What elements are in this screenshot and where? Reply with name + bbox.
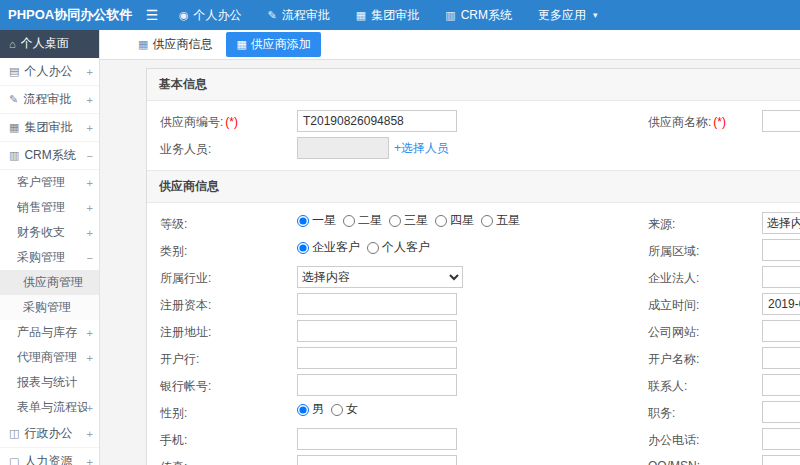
expander-icon[interactable]: + <box>87 428 93 440</box>
topmenu-item-3[interactable]: ▥CRM系统 <box>432 0 525 30</box>
radio-input[interactable] <box>343 215 355 227</box>
tab-bar: ▦供应商信息▦供应商添加 <box>100 30 800 60</box>
expander-icon[interactable]: + <box>87 456 93 465</box>
field-label: 供应商编号:(*) <box>160 114 238 131</box>
field-input[interactable] <box>297 293 457 315</box>
picker-input[interactable] <box>297 137 389 159</box>
expander-icon[interactable]: + <box>87 177 93 189</box>
tab-0[interactable]: ▦供应商信息 <box>132 32 218 57</box>
field-control <box>297 455 648 465</box>
field-input[interactable] <box>762 374 800 396</box>
sidebar-item-13[interactable]: 报表与统计 <box>0 370 99 395</box>
expander-icon[interactable]: − <box>87 150 93 162</box>
form-section-1: 供应商信息等级:一星二星三星四星五星来源:选择内容类别:企业客户个人客户所属区域… <box>147 170 800 465</box>
field-input[interactable] <box>762 239 800 261</box>
field-input[interactable] <box>762 320 800 342</box>
tab-1[interactable]: ▦供应商添加 <box>226 32 320 57</box>
radio-option[interactable]: 二星 <box>343 212 382 229</box>
field-select[interactable]: 选择内容 <box>297 266 463 288</box>
field-input[interactable] <box>297 347 457 369</box>
radio-option[interactable]: 五星 <box>481 212 520 229</box>
radio-option[interactable]: 个人客户 <box>367 239 430 256</box>
sidebar-item-label: 供应商管理 <box>23 274 93 291</box>
expander-icon[interactable]: + <box>87 94 93 106</box>
sidebar-item-4[interactable]: ▥CRM系统− <box>0 142 99 170</box>
sidebar-item-6[interactable]: 销售管理+ <box>0 195 99 220</box>
expander-icon[interactable]: − <box>87 252 93 264</box>
field-input[interactable] <box>297 320 457 342</box>
sidebar-item-1[interactable]: ▤个人办公+ <box>0 58 99 86</box>
radio-option[interactable]: 四星 <box>435 212 474 229</box>
select-person-link[interactable]: +选择人员 <box>394 140 449 157</box>
field-input[interactable] <box>762 266 800 288</box>
field-input[interactable] <box>297 455 457 465</box>
sidebar-item-12[interactable]: 代理商管理+ <box>0 345 99 370</box>
sidebar-item-16[interactable]: ▢人力资源+ <box>0 448 99 465</box>
sidebar-item-label: 个人办公 <box>24 63 86 80</box>
field-control <box>297 110 648 132</box>
expander-icon[interactable]: + <box>87 327 93 339</box>
sidebar-item-8[interactable]: 采购管理− <box>0 245 99 270</box>
sidebar-item-label: 采购管理 <box>17 249 87 266</box>
radio-input[interactable] <box>435 215 447 227</box>
field-input[interactable] <box>762 428 800 450</box>
office-icon: ▤ <box>9 65 19 78</box>
topmenu-item-0[interactable]: ◉个人办公 <box>166 0 255 30</box>
sidebar-item-label: 采购管理 <box>23 299 93 316</box>
approve-icon: ✎ <box>9 93 18 106</box>
radio-input[interactable] <box>297 242 309 254</box>
field-input[interactable] <box>297 428 457 450</box>
radio-option[interactable]: 三星 <box>389 212 428 229</box>
main-area: 基本信息供应商编号:(*)供应商名称:(*)业务人员:+选择人员供应商信息等级:… <box>100 60 800 465</box>
field-input[interactable] <box>762 110 800 132</box>
field-select[interactable]: 选择内容 <box>762 212 800 234</box>
expander-icon[interactable]: + <box>87 202 93 214</box>
radio-label: 四星 <box>450 212 474 229</box>
expander-icon[interactable]: + <box>87 227 93 239</box>
sidebar-item-9[interactable]: 供应商管理 <box>0 270 99 295</box>
sidebar-item-2[interactable]: ✎流程审批+ <box>0 86 99 114</box>
radio-option[interactable]: 一星 <box>297 212 336 229</box>
field-label: 公司网站: <box>648 324 699 341</box>
topmenu-item-label: 流程审批 <box>282 7 330 24</box>
sidebar-item-label: 集团审批 <box>24 119 86 136</box>
radio-group: 男女 <box>297 401 365 418</box>
radio-input[interactable] <box>389 215 401 227</box>
radio-input[interactable] <box>367 242 379 254</box>
section-body: 等级:一星二星三星四星五星来源:选择内容类别:企业客户个人客户所属区域:所属行业… <box>147 203 800 465</box>
sidebar-item-11[interactable]: 产品与库存+ <box>0 320 99 345</box>
radio-input[interactable] <box>331 404 343 416</box>
radio-input[interactable] <box>297 215 309 227</box>
expander-icon[interactable]: + <box>87 122 93 134</box>
hamburger-icon[interactable]: ☰ <box>138 7 166 23</box>
field-input[interactable] <box>762 401 800 423</box>
sidebar-item-15[interactable]: ◫行政办公+ <box>0 420 99 448</box>
sidebar-item-0[interactable]: ⌂个人桌面 <box>0 30 99 58</box>
field-input[interactable] <box>762 455 800 465</box>
radio-option[interactable]: 女 <box>331 401 358 418</box>
chevron-down-icon: ▾ <box>593 10 598 20</box>
field-input[interactable] <box>297 374 457 396</box>
sidebar-item-3[interactable]: ▦集团审批+ <box>0 114 99 142</box>
topmenu-item-1[interactable]: ✎流程审批 <box>255 0 343 30</box>
field-input[interactable] <box>297 110 457 132</box>
form-section-0: 基本信息供应商编号:(*)供应商名称:(*)业务人员:+选择人员 <box>147 69 800 170</box>
radio-input[interactable] <box>297 404 309 416</box>
sidebar-item-5[interactable]: 客户管理+ <box>0 170 99 195</box>
sidebar-item-14[interactable]: 表单与流程设置+ <box>0 395 99 420</box>
sidebar-item-label: 表单与流程设置 <box>17 399 87 416</box>
sidebar-item-7[interactable]: 财务收支+ <box>0 220 99 245</box>
expander-icon[interactable]: + <box>87 402 93 414</box>
field-label: 成立时间: <box>648 297 699 314</box>
field-input[interactable] <box>762 293 800 315</box>
expander-icon[interactable]: + <box>87 66 93 78</box>
radio-input[interactable] <box>481 215 493 227</box>
field-input[interactable] <box>762 347 800 369</box>
sidebar-item-10[interactable]: 采购管理 <box>0 295 99 320</box>
topmenu-item-4[interactable]: 更多应用▾ <box>525 0 611 30</box>
topmenu-item-2[interactable]: ▦集团审批 <box>343 0 432 30</box>
radio-option[interactable]: 企业客户 <box>297 239 360 256</box>
expander-icon[interactable]: + <box>87 352 93 364</box>
admin-icon: ◫ <box>9 427 19 440</box>
radio-option[interactable]: 男 <box>297 401 324 418</box>
